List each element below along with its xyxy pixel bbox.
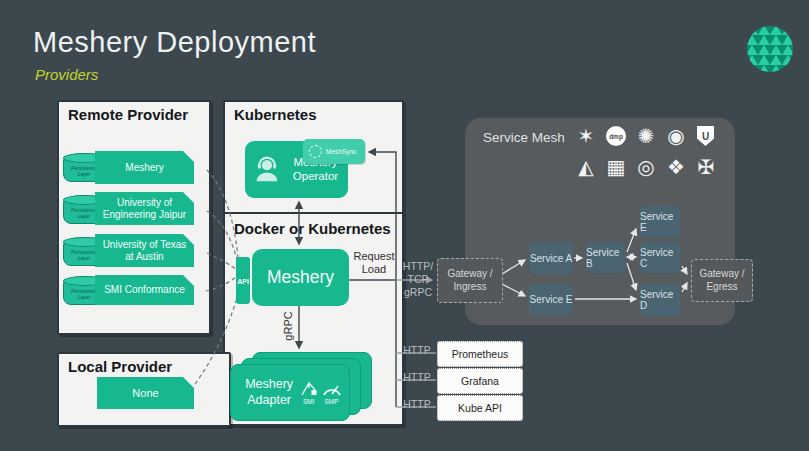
meshery-adapter-box: Meshery Adapter SMI SMP [230,364,350,421]
service-d-box: Service D [640,284,680,316]
mesh-logo-row-2: ◭ ▦ ◎ ❖ ✠ [572,152,722,182]
gateway-egress-box: Gateway / Egress [691,259,753,302]
http-tcp-grpc-label: HTTP/ TCP gRPC [398,260,438,299]
service-e-bottom-box: Service E [529,284,573,315]
operator-icon [251,154,283,186]
dmp-circle-logo-icon: dmp [606,126,626,146]
service-b-box: Service B [586,242,625,273]
http-label: HTTP [400,371,434,384]
provider-univ-jaipur: University of Engineering Jaipur [95,192,194,225]
mesh-logo-row-1: ✶ dmp ✺ ◉ U [572,121,722,151]
service-mesh-title: Service Mesh [483,130,565,145]
cube-mesh-logo-icon: ▦ [602,152,630,182]
smi-badge: SMI [297,381,320,405]
provider-univ-texas: University of Texas at Austin [95,234,194,267]
kubernetes-title: Kubernetes [234,106,317,123]
sailboat-logo-icon: ◭ [572,152,600,182]
page-title: Meshery Deployment [33,26,316,59]
remote-provider-title: Remote Provider [68,106,188,123]
prometheus-box: Prometheus [437,341,523,367]
hex-cluster-logo-icon: ❖ [662,152,690,182]
http-label: HTTP [400,344,434,357]
gateway-ingress-box: Gateway / Ingress [437,258,503,303]
slide: Meshery Deployment Providers Remote Prov… [0,0,809,451]
meshery-logo-icon [746,25,794,73]
smp-badge: SMP [320,381,343,405]
meshsync-badge: MeshSync [303,139,365,164]
sync-icon [309,145,322,158]
smp-gauge-icon [321,381,343,397]
meshery-adapter-label: Meshery Adapter [241,377,297,408]
scribble-mesh-logo-icon: ✺ [632,121,660,151]
http-label: HTTP [400,398,434,411]
ring-dots-logo-icon: ◎ [632,152,660,182]
meshery-logo [746,25,794,77]
service-a-box: Service A [529,242,573,274]
local-provider-title: Local Provider [68,358,172,375]
request-load-label: Request Load [352,250,396,276]
meshery-box: Meshery [252,249,349,306]
provider-none: None [97,377,194,409]
page-subtitle: Providers [35,66,98,83]
spiral-circle-logo-icon: ◉ [662,121,690,151]
meshsync-label: MeshSync [326,148,356,155]
grafana-box: Grafana [437,368,523,394]
docker-title: Docker or Kubernetes [234,220,391,237]
provider-meshery: Meshery [95,151,194,184]
star-mesh-logo-icon: ✶ [572,121,600,151]
grpc-label: gRPC [282,306,294,346]
provider-smi-conformance: SMI Conformance [95,275,194,305]
service-c-box: Service C [640,242,680,273]
shield-logo-icon: U [697,126,714,146]
service-e-top-box: Service E [640,206,680,238]
kube-api-box: Kube API [437,395,523,421]
api-tab: API [236,257,250,304]
crossed-mesh-logo-icon: ✠ [692,152,720,182]
smi-crane-icon [299,381,319,397]
